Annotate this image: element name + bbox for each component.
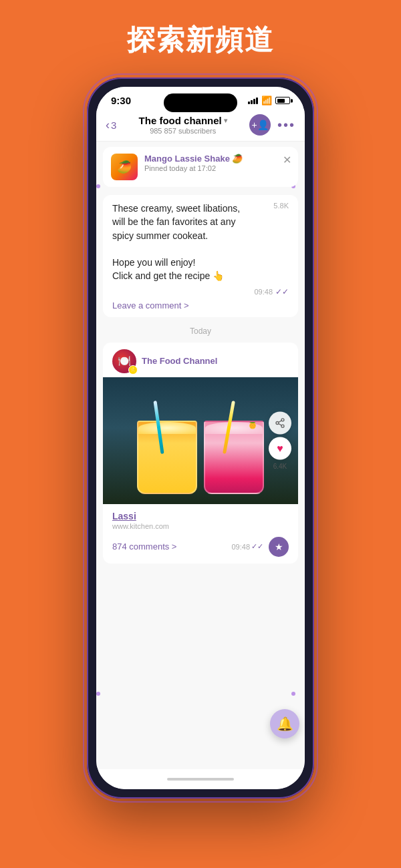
bell-icon: 🔔 [277,716,293,732]
header-actions: +👤 ••• [249,114,295,136]
post-ticks-icon: ✓✓ [251,542,263,551]
message-line1: These creamy, sweet libations, [112,203,240,214]
pinned-title: Mango Lassie Shake 🥭 [144,154,290,164]
channel-post: 🍽️ ⭐ The Food Channel [103,343,298,564]
svg-point-1 [276,421,279,424]
status-bar: 9:30 📶 [96,87,305,109]
status-time: 9:30 [111,95,131,106]
yellow-glass [137,421,197,494]
post-channel-name: The Food Channel [142,356,217,366]
home-indicator [96,769,305,789]
leave-comment-button[interactable]: Leave a comment > [112,300,289,310]
read-ticks-icon: ✓✓ [275,287,289,296]
channel-info: The food channel ▾ 985 857 subscribers [122,115,244,135]
avatar-star-icon: ⭐ [128,365,138,375]
heart-icon: ♥ [277,442,283,454]
pinned-thumbnail: 🥭 [111,154,138,180]
message-bubble: 5.8K These creamy, sweet libations, will… [103,195,298,317]
post-time: 09:48 [231,543,250,551]
date-separator: Today [96,327,305,336]
post-link-title[interactable]: Lassi [112,511,289,521]
wifi-icon: 📶 [261,95,272,105]
signal-bars-icon [248,97,258,104]
message-line5: Hope you will enjoy! [112,257,196,268]
svg-point-0 [281,419,284,421]
svg-point-2 [281,425,284,427]
pinned-thumb-image: 🥭 [111,154,138,180]
channel-subscribers: 985 857 subscribers [122,127,244,135]
phone-frame: 9:30 📶 ‹ 3 [87,77,314,799]
more-dots-icon: ••• [277,118,295,132]
channel-avatar: 🍽️ ⭐ [112,349,136,373]
corner-decoration-bl [96,692,110,705]
fruit-garnish: 🍍 [246,421,259,429]
svg-line-4 [279,421,282,423]
bookmark-button[interactable]: ★ [269,537,289,557]
post-body: Lassi www.kitchen.com [103,504,298,537]
dynamic-island [164,93,237,112]
post-link-url: www.kitchen.com [112,522,289,530]
floating-actions: ♥ 6.4K [269,411,291,469]
svg-line-3 [279,423,282,425]
message-time-row: 09:48 ✓✓ [112,287,289,296]
page-title: 探索新頻道 [127,21,274,59]
message-line2: will be the fan favorites at any [112,216,235,227]
back-button[interactable]: ‹ 3 [106,118,116,132]
share-button[interactable] [269,411,291,434]
post-image-wrapper: 🍍 [103,377,298,504]
notification-fab-button[interactable]: 🔔 [270,709,299,738]
yellow-foam [138,422,196,434]
message-time: 09:48 [254,288,273,296]
message-views: 5.8K [273,202,289,210]
yellow-glass-body [137,421,197,494]
battery-icon [275,97,290,104]
add-user-icon: +👤 [251,120,268,130]
message-line3: spicy summer cookeat. [112,230,208,241]
bookmark-star-icon: ★ [275,541,283,552]
back-count: 3 [111,120,116,131]
channel-name-chevron-icon: ▾ [224,117,227,124]
pinned-close-button[interactable]: ✕ [283,154,291,166]
more-options-button[interactable]: ••• [277,118,295,133]
pinned-content: Mango Lassie Shake 🥭 Pinned today at 17:… [144,154,290,172]
status-icons: 📶 [248,95,290,105]
back-chevron-icon: ‹ [106,118,110,132]
pink-glass-body: 🍍 [204,421,264,494]
like-count: 6.4K [273,462,287,469]
home-bar [167,778,234,781]
like-button[interactable]: ♥ [269,437,291,459]
chat-area[interactable]: 🥭 Mango Lassie Shake 🥭 Pinned today at 1… [96,142,305,769]
pink-glass: 🍍 [204,421,264,494]
post-footer: 874 comments > 09:48 ✓✓ ★ [103,537,298,564]
channel-name-label: The food channel [139,115,222,126]
pinned-subtitle: Pinned today at 17:02 [144,164,290,172]
phone-screen: 9:30 📶 ‹ 3 [96,87,305,789]
add-user-button[interactable]: +👤 [249,114,271,136]
message-line6: Click and get the recipe 👆 [112,270,224,281]
corner-decoration-br [291,692,305,705]
comments-button[interactable]: 874 comments > [112,541,176,552]
message-text: These creamy, sweet libations, will be t… [112,202,289,283]
channel-header: ‹ 3 The food channel ▾ 985 857 subscribe… [96,109,305,142]
pinned-banner[interactable]: 🥭 Mango Lassie Shake 🥭 Pinned today at 1… [103,147,298,187]
post-header: 🍽️ ⭐ The Food Channel [103,343,298,377]
